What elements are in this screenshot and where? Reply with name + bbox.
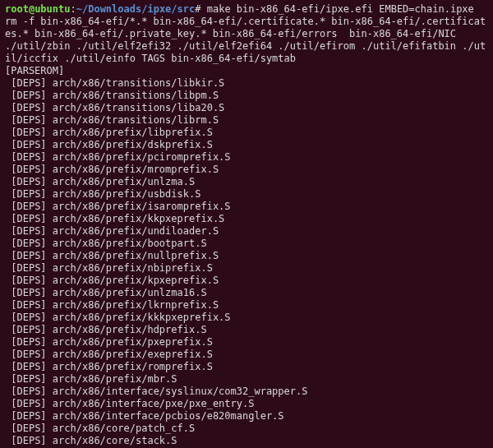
deps-label: [DEPS] bbox=[5, 287, 53, 298]
prompt-line: root@ubuntu:~/Downloads/ipxe/src# make b… bbox=[5, 3, 474, 15]
deps-label: [DEPS] bbox=[5, 77, 53, 89]
deps-label: [DEPS] bbox=[5, 349, 53, 360]
rm-output-line: rm -f bin-x86_64-efi/*.* bin-x86_64-efi/… bbox=[5, 16, 491, 64]
deps-line: [DEPS] arch/x86/transitions/liba20.S bbox=[5, 102, 488, 114]
deps-path: arch/x86/prefix/kpxeprefix.S bbox=[53, 275, 219, 286]
deps-line: [DEPS] arch/x86/transitions/libpm.S bbox=[5, 90, 488, 102]
prompt-hash: # bbox=[195, 3, 200, 15]
deps-path: arch/x86/prefix/lkrnprefix.S bbox=[53, 299, 219, 311]
prompt-colon: : bbox=[71, 3, 76, 15]
deps-line: [DEPS] arch/x86/prefix/kpxeprefix.S bbox=[5, 275, 488, 287]
deps-line: [DEPS] arch/x86/interface/pxe/pxe_entry.… bbox=[5, 398, 488, 410]
deps-line: [DEPS] arch/x86/prefix/bootpart.S bbox=[5, 238, 488, 250]
deps-line: [DEPS] arch/x86/interface/pcbios/e820man… bbox=[5, 410, 488, 423]
deps-path: arch/x86/transitions/librm.S bbox=[53, 114, 219, 126]
deps-line: [DEPS] arch/x86/prefix/nbiprefix.S bbox=[5, 262, 488, 275]
deps-label: [DEPS] bbox=[5, 114, 53, 126]
deps-path: arch/x86/prefix/usbdisk.S bbox=[53, 188, 201, 200]
deps-path: arch/x86/prefix/mbr.S bbox=[53, 373, 177, 385]
deps-path: arch/x86/interface/syslinux/com32_wrappe… bbox=[53, 386, 308, 397]
deps-line: [DEPS] arch/x86/prefix/unlzma.S bbox=[5, 176, 488, 188]
deps-label: [DEPS] bbox=[5, 386, 53, 397]
deps-path: arch/x86/transitions/liba20.S bbox=[53, 102, 225, 113]
deps-path: arch/x86/prefix/pciromprefix.S bbox=[53, 151, 231, 163]
deps-path: arch/x86/interface/pcbios/e820mangler.S bbox=[53, 410, 284, 422]
deps-label: [DEPS] bbox=[5, 299, 53, 311]
deps-path: arch/x86/core/patch_cf.S bbox=[53, 423, 195, 434]
deps-label: [DEPS] bbox=[5, 262, 53, 274]
deps-label: [DEPS] bbox=[5, 139, 53, 150]
deps-line: [DEPS] arch/x86/prefix/lkrnprefix.S bbox=[5, 299, 488, 312]
deps-path: arch/x86/prefix/nbiprefix.S bbox=[53, 262, 213, 274]
deps-path: arch/x86/transitions/libkir.S bbox=[53, 77, 225, 89]
deps-label: [DEPS] bbox=[5, 225, 53, 237]
deps-line: [DEPS] arch/x86/prefix/exeprefix.S bbox=[5, 349, 488, 361]
deps-label: [DEPS] bbox=[5, 398, 53, 409]
deps-line: [DEPS] arch/x86/prefix/undiloader.S bbox=[5, 225, 488, 238]
deps-label: [DEPS] bbox=[5, 423, 53, 434]
deps-label: [DEPS] bbox=[5, 410, 53, 422]
deps-label: [DEPS] bbox=[5, 250, 53, 261]
deps-label: [DEPS] bbox=[5, 312, 53, 323]
deps-line: [DEPS] arch/x86/transitions/librm.S bbox=[5, 114, 488, 127]
deps-line: [DEPS] arch/x86/prefix/kkpxeprefix.S bbox=[5, 213, 488, 225]
deps-path: arch/x86/prefix/romprefix.S bbox=[53, 361, 213, 372]
terminal-output[interactable]: root@ubuntu:~/Downloads/ipxe/src# make b… bbox=[0, 0, 493, 448]
prompt-path: ~/Downloads/ipxe/src bbox=[76, 3, 196, 15]
deps-label: [DEPS] bbox=[5, 151, 53, 163]
deps-path: arch/x86/prefix/kkkpxeprefix.S bbox=[53, 312, 231, 323]
deps-label: [DEPS] bbox=[5, 373, 53, 385]
deps-path: arch/x86/prefix/kkpxeprefix.S bbox=[53, 213, 225, 224]
deps-line: [DEPS] arch/x86/prefix/kkkpxeprefix.S bbox=[5, 312, 488, 324]
deps-label: [DEPS] bbox=[5, 102, 53, 113]
deps-line: [DEPS] arch/x86/prefix/isaromprefix.S bbox=[5, 201, 488, 213]
deps-line: [DEPS] arch/x86/prefix/libprefix.S bbox=[5, 127, 488, 139]
deps-path: arch/x86/prefix/undiloader.S bbox=[53, 225, 219, 237]
deps-label: [DEPS] bbox=[5, 164, 53, 175]
prompt-host: ubuntu bbox=[35, 3, 70, 15]
deps-label: [DEPS] bbox=[5, 176, 53, 187]
deps-label: [DEPS] bbox=[5, 324, 53, 335]
deps-line: [DEPS] arch/x86/prefix/romprefix.S bbox=[5, 361, 488, 373]
deps-label: [DEPS] bbox=[5, 336, 53, 348]
deps-line: [DEPS] arch/x86/core/stack.S bbox=[5, 435, 488, 447]
deps-path: arch/x86/prefix/hdprefix.S bbox=[53, 324, 207, 335]
deps-path: arch/x86/prefix/libprefix.S bbox=[53, 127, 213, 138]
deps-label: [DEPS] bbox=[5, 275, 53, 286]
deps-line: [DEPS] arch/x86/prefix/mbr.S bbox=[5, 373, 488, 386]
deps-line: [DEPS] arch/x86/prefix/pxeprefix.S bbox=[5, 336, 488, 349]
deps-label: [DEPS] bbox=[5, 127, 53, 138]
deps-path: arch/x86/core/stack.S bbox=[53, 435, 177, 446]
deps-list: [DEPS] arch/x86/transitions/libkir.S [DE… bbox=[5, 77, 488, 448]
deps-line: [DEPS] arch/x86/prefix/nullprefix.S bbox=[5, 250, 488, 262]
deps-line: [DEPS] arch/x86/prefix/dskprefix.S bbox=[5, 139, 488, 151]
deps-line: [DEPS] arch/x86/prefix/unlzma16.S bbox=[5, 287, 488, 299]
deps-path: arch/x86/prefix/dskprefix.S bbox=[53, 139, 213, 150]
deps-line: [DEPS] arch/x86/prefix/pciromprefix.S bbox=[5, 151, 488, 164]
deps-label: [DEPS] bbox=[5, 361, 53, 372]
deps-path: arch/x86/prefix/unlzma16.S bbox=[53, 287, 207, 298]
deps-label: [DEPS] bbox=[5, 213, 53, 224]
command-text: make bin-x86_64-efi/ipxe.efi EMBED=chain… bbox=[207, 3, 474, 15]
deps-path: arch/x86/prefix/bootpart.S bbox=[53, 238, 207, 249]
deps-label: [DEPS] bbox=[5, 435, 53, 446]
deps-label: [DEPS] bbox=[5, 238, 53, 249]
deps-path: arch/x86/prefix/unlzma.S bbox=[53, 176, 195, 187]
deps-line: [DEPS] arch/x86/prefix/usbdisk.S bbox=[5, 188, 488, 201]
deps-path: arch/x86/prefix/mromprefix.S bbox=[53, 164, 219, 175]
deps-label: [DEPS] bbox=[5, 201, 53, 212]
deps-path: arch/x86/prefix/nullprefix.S bbox=[53, 250, 219, 261]
deps-line: [DEPS] arch/x86/interface/syslinux/com32… bbox=[5, 386, 488, 398]
deps-line: [DEPS] arch/x86/prefix/hdprefix.S bbox=[5, 324, 488, 336]
prompt-user: root bbox=[5, 3, 29, 15]
parserom-line: [PARSEROM] bbox=[5, 65, 64, 76]
deps-path: arch/x86/interface/pxe/pxe_entry.S bbox=[53, 398, 255, 409]
deps-line: [DEPS] arch/x86/transitions/libkir.S bbox=[5, 77, 488, 90]
deps-label: [DEPS] bbox=[5, 90, 53, 101]
deps-line: [DEPS] arch/x86/core/patch_cf.S bbox=[5, 423, 488, 435]
deps-path: arch/x86/prefix/exeprefix.S bbox=[53, 349, 213, 360]
deps-path: arch/x86/prefix/isaromprefix.S bbox=[53, 201, 231, 212]
deps-path: arch/x86/transitions/libpm.S bbox=[53, 90, 219, 101]
deps-path: arch/x86/prefix/pxeprefix.S bbox=[53, 336, 213, 348]
deps-label: [DEPS] bbox=[5, 188, 53, 200]
